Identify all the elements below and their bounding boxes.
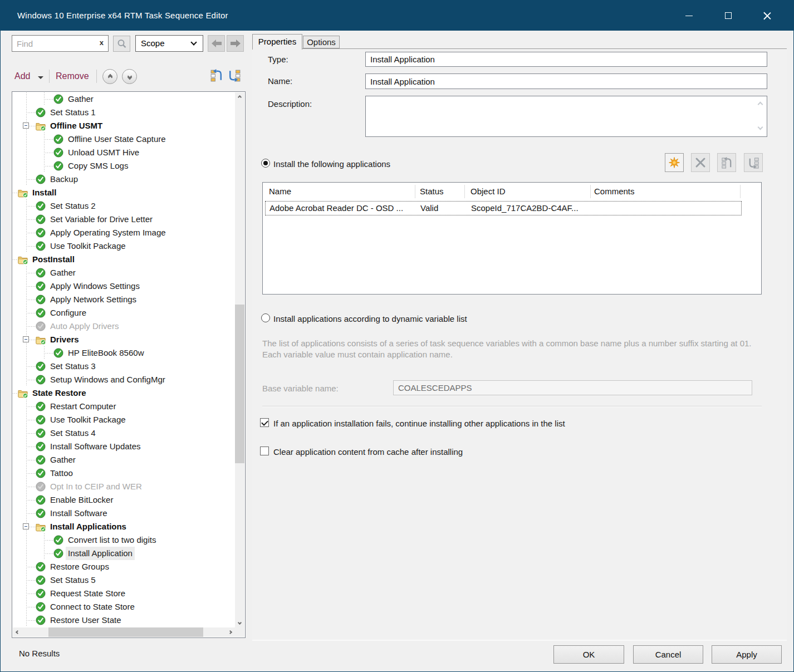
scroll-up-arrow[interactable] <box>235 92 244 102</box>
collapse-expander-icon[interactable] <box>23 336 29 342</box>
find-input[interactable] <box>12 35 109 52</box>
column-header-name[interactable]: Name <box>269 187 291 196</box>
remove-button[interactable]: Remove <box>56 71 89 81</box>
cancel-button[interactable]: Cancel <box>633 645 703 664</box>
step-check-icon <box>35 281 46 292</box>
radio-install-dynamic[interactable] <box>261 313 270 322</box>
column-header-comments[interactable]: Comments <box>594 187 635 196</box>
tree-item[interactable]: Set Status 5 <box>13 573 236 587</box>
move-step-down-button[interactable] <box>122 69 137 84</box>
step-check-icon <box>35 361 46 372</box>
clear-cache-checkbox[interactable] <box>260 447 269 455</box>
tree-item[interactable]: Set Status 4 <box>13 426 236 440</box>
application-row[interactable]: Adobe Acrobat Reader DC - OSD ... Valid … <box>265 201 742 215</box>
tree-item[interactable]: Offline USMT <box>13 119 236 133</box>
continue-on-fail-checkbox[interactable] <box>260 418 269 427</box>
ok-button[interactable]: OK <box>553 645 624 664</box>
scroll-right-arrow[interactable] <box>226 627 235 637</box>
tree-connector-line <box>44 153 53 153</box>
apply-button[interactable]: Apply <box>712 645 782 664</box>
tree-item[interactable]: Apply Windows Settings <box>13 279 236 293</box>
tree-item[interactable]: Set Status 2 <box>13 199 236 213</box>
folder-icon <box>17 387 28 399</box>
add-application-button[interactable] <box>665 153 684 172</box>
tab-options[interactable]: Options <box>303 36 340 48</box>
tree-item[interactable]: Convert list to two digits <box>13 533 236 547</box>
maximize-button[interactable] <box>715 1 741 31</box>
tree-item[interactable]: State Restore <box>13 386 236 400</box>
tree-item[interactable]: Setup Windows and ConfigMgr <box>13 373 236 386</box>
tree-item[interactable]: Restart Computer <box>13 400 236 413</box>
horizontal-scroll-thumb[interactable] <box>48 627 203 637</box>
type-field[interactable] <box>365 52 767 67</box>
tree-horizontal-scrollbar[interactable] <box>13 627 235 637</box>
tree-item[interactable]: Use Toolkit Package <box>13 413 236 426</box>
tab-properties[interactable]: Properties <box>252 34 302 50</box>
collapse-all-button[interactable] <box>210 68 224 82</box>
tree-item[interactable]: Connect to State Store <box>13 600 236 614</box>
tree-item[interactable]: Use Toolkit Package <box>13 239 236 253</box>
scroll-down-arrow[interactable] <box>235 618 244 627</box>
collapse-expander-icon[interactable] <box>23 122 29 129</box>
collapse-expander-icon[interactable] <box>23 523 29 529</box>
task-sequence-tree-panel: Gather Set Status 1 <box>12 91 246 638</box>
tree-item[interactable]: Install <box>13 186 236 199</box>
tree-item-label: Restart Computer <box>48 400 118 413</box>
tree-item[interactable]: Backup <box>13 173 236 186</box>
move-application-up-button[interactable] <box>717 153 736 172</box>
column-header-objectid[interactable]: Object ID <box>470 187 506 196</box>
tree-item[interactable]: Copy SMS Logs <box>13 159 236 173</box>
tree-item[interactable]: Restore Groups <box>13 560 236 573</box>
tree-item[interactable]: Tattoo <box>13 467 236 480</box>
description-textarea[interactable] <box>365 96 767 137</box>
tree-item[interactable]: Set Status 3 <box>13 360 236 373</box>
toolbar-separator <box>96 70 97 83</box>
tree-item[interactable]: Gather <box>13 266 236 279</box>
tree-item[interactable]: PostInstall <box>13 253 236 266</box>
scope-value: Scope <box>141 38 165 48</box>
move-application-down-button[interactable] <box>744 153 763 172</box>
tree-item[interactable]: Install Applications <box>13 520 236 533</box>
tree-connector-line <box>26 219 35 220</box>
add-dropdown-caret-icon[interactable] <box>38 76 43 79</box>
tree-vertical-scrollbar[interactable] <box>235 92 244 627</box>
tree-item[interactable]: Enable BitLocker <box>13 493 236 507</box>
tree-item[interactable]: Install Software <box>13 507 236 520</box>
tree-item[interactable]: Unload USMT Hive <box>13 146 236 159</box>
delete-application-button[interactable] <box>691 153 710 172</box>
tree-item[interactable]: Install Software Updates <box>13 440 236 453</box>
tree-item[interactable]: Request State Store <box>13 587 236 600</box>
tree-item[interactable]: HP EliteBook 8560w <box>13 346 236 360</box>
tree-item[interactable]: Gather <box>13 92 236 106</box>
step-check-icon <box>35 401 46 412</box>
tree-item[interactable]: Set Status 1 <box>13 106 236 119</box>
vertical-scroll-thumb[interactable] <box>235 305 244 463</box>
minimize-button[interactable] <box>676 1 702 31</box>
expand-all-button[interactable] <box>227 68 241 82</box>
name-input[interactable] <box>365 73 767 89</box>
tree-item[interactable]: Gather <box>13 453 236 467</box>
tree-item[interactable]: Apply Network Settings <box>13 293 236 306</box>
tree-item[interactable]: Offline User State Capture <box>13 133 236 146</box>
tree-item[interactable]: Install Application <box>13 547 236 560</box>
add-button[interactable]: Add <box>14 71 30 81</box>
tree-item[interactable]: Auto Apply Drivers <box>13 320 236 333</box>
tree-item[interactable]: Opt In to CEIP and WER <box>13 480 236 493</box>
title-bar: Windows 10 Enterprise x64 RTM Task Seque… <box>1 1 793 31</box>
tree-item[interactable]: Set Variable for Drive Letter <box>13 213 236 226</box>
radio-install-following[interactable] <box>261 159 270 168</box>
find-previous-button[interactable] <box>208 35 225 52</box>
search-button[interactable] <box>113 36 130 52</box>
close-button[interactable] <box>754 1 780 31</box>
tree-item[interactable]: Drivers <box>13 333 236 346</box>
scroll-left-arrow[interactable] <box>13 627 22 637</box>
tree-item[interactable]: Apply Operating System Image <box>13 226 236 239</box>
scope-dropdown[interactable]: Scope <box>135 35 203 52</box>
tree-item[interactable]: Restore User State <box>13 614 236 627</box>
move-step-up-button[interactable] <box>102 69 117 84</box>
tree-item[interactable]: Configure <box>13 306 236 320</box>
base-variable-label: Base variable name: <box>262 384 339 393</box>
clear-search-icon[interactable]: x <box>100 38 104 47</box>
find-next-button[interactable] <box>227 35 244 52</box>
column-header-status[interactable]: Status <box>420 187 444 196</box>
